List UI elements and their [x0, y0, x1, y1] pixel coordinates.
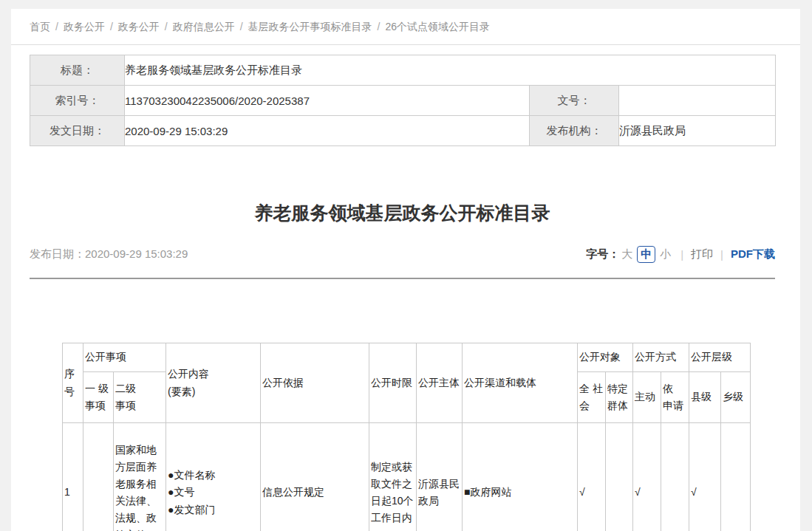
fontsize-medium-button[interactable]: 中 — [637, 246, 655, 263]
toolbar-divider: | — [680, 248, 683, 261]
breadcrumb-item-2[interactable]: 政务公开 — [118, 21, 160, 32]
cell-basis: 信息公开规定 — [261, 423, 369, 531]
document-meta-table: 标题： 养老服务领域基层政务公开标准目录 索引号： 11370323004223… — [30, 55, 776, 146]
meta-agency-value: 沂源县民政局 — [619, 116, 776, 146]
header-audience-all: 全 社会 — [578, 372, 606, 423]
fontsize-small-button[interactable]: 小 — [660, 247, 671, 261]
meta-date-label: 发文日期： — [30, 116, 125, 146]
publish-date: 发布日期：2020-09-29 15:03:29 — [30, 247, 188, 261]
publish-date-value: 2020-09-29 15:03:29 — [85, 247, 188, 260]
fontsize-label: 字号： — [586, 247, 619, 261]
meta-row-date: 发文日期： 2020-09-29 15:03:29 发布机构： 沂源县民政局 — [30, 116, 776, 146]
cell-content: ●文件名称 ●文号 ●发文部门 — [166, 423, 261, 531]
fontsize-large-button[interactable]: 大 — [621, 247, 632, 261]
header-channel: 公开渠道和载体 — [463, 343, 578, 423]
meta-index-value: 113703230042235006/2020-2025387 — [125, 86, 530, 116]
catalog-table: 序号 公开事项 公开内容 (要素) 公开依据 公开时限 公开主体 公开渠道和载体… — [62, 343, 751, 531]
header-item-group: 公开事项 — [83, 343, 166, 372]
cell-time-limit: 制定或获取文件之日起10个工作日内 — [369, 423, 417, 531]
breadcrumb-home[interactable]: 首页 — [30, 21, 50, 32]
header-row-1: 序号 公开事项 公开内容 (要素) 公开依据 公开时限 公开主体 公开渠道和载体… — [63, 343, 751, 372]
breadcrumb-item-4[interactable]: 基层政务公开事项标准目录 — [248, 21, 372, 32]
cell-seq: 1 — [63, 423, 83, 531]
header-content: 公开内容 (要素) — [166, 343, 261, 423]
cell-audience-specific — [606, 423, 633, 531]
header-subject: 公开主体 — [417, 343, 463, 423]
table-row: 1 国家和地方层面养老服务相关法律、法规、政策文件 ●文件名称 ●文号 ●发文部… — [63, 423, 751, 531]
meta-date-value: 2020-09-29 15:03:29 — [125, 116, 530, 146]
print-button[interactable]: 打印 — [691, 247, 713, 261]
header-method-active: 主动 — [633, 372, 661, 423]
publish-date-label: 发布日期： — [30, 247, 85, 260]
breadcrumb-separator: / — [55, 21, 58, 32]
breadcrumb-separator: / — [378, 21, 381, 32]
breadcrumb-item-current[interactable]: 26个试点领域公开目录 — [385, 21, 490, 32]
breadcrumb: 首页/政务公开/政务公开/政府信息公开/基层政务公开事项标准目录/26个试点领域… — [11, 9, 800, 45]
meta-title-label: 标题： — [30, 55, 125, 86]
meta-row-title: 标题： 养老服务领域基层政务公开标准目录 — [30, 55, 776, 86]
breadcrumb-separator: / — [110, 21, 113, 32]
cell-subject: 沂源县民政局 — [417, 423, 463, 531]
page-title: 养老服务领域基层政务公开标准目录 — [30, 200, 775, 225]
breadcrumb-item-1[interactable]: 政务公开 — [64, 21, 105, 32]
cell-audience-all: √ — [578, 423, 606, 531]
meta-agency-label: 发布机构： — [530, 116, 619, 146]
header-item-l1: 一 级事项 — [83, 372, 114, 423]
section-divider — [30, 278, 775, 279]
cell-level-town — [721, 423, 751, 531]
pdf-download-button[interactable]: PDF下载 — [731, 247, 775, 261]
meta-docnum-value — [619, 86, 776, 116]
cell-method-request — [661, 423, 689, 531]
header-basis: 公开依据 — [261, 343, 369, 423]
breadcrumb-separator: / — [165, 21, 168, 32]
header-level-group: 公开层级 — [689, 343, 751, 372]
header-method-request: 依 申请 — [661, 372, 689, 423]
cell-item-l1 — [83, 423, 114, 531]
breadcrumb-separator: / — [240, 21, 243, 32]
header-level-town: 乡级 — [721, 372, 751, 423]
breadcrumb-item-3[interactable]: 政府信息公开 — [173, 21, 235, 32]
meta-index-label: 索引号： — [30, 86, 125, 116]
header-level-county: 县级 — [689, 372, 721, 423]
cell-item-l2: 国家和地方层面养老服务相关法律、法规、政策文件 — [114, 423, 166, 531]
cell-method-active: √ — [633, 423, 661, 531]
cell-level-county: √ — [689, 423, 721, 531]
page-container: 首页/政务公开/政务公开/政府信息公开/基层政务公开事项标准目录/26个试点领域… — [11, 9, 800, 531]
toolbar-divider: | — [720, 248, 723, 261]
publish-toolbar: 发布日期：2020-09-29 15:03:29 字号： 大 中 小 | 打印 … — [30, 246, 775, 263]
meta-title-value: 养老服务领域基层政务公开标准目录 — [125, 55, 776, 86]
cell-channel: ■政府网站 — [463, 423, 578, 531]
header-audience-group: 公开对象 — [578, 343, 633, 372]
header-method-group: 公开方式 — [633, 343, 689, 372]
header-audience-specific: 特定 群体 — [606, 372, 633, 423]
meta-row-index: 索引号： 113703230042235006/2020-2025387 文号： — [30, 86, 776, 116]
header-item-l2: 二级 事项 — [114, 372, 166, 423]
header-seq: 序号 — [63, 343, 83, 423]
header-time-limit: 公开时限 — [369, 343, 417, 423]
article-tools: 字号： 大 中 小 | 打印 | PDF下载 — [586, 246, 775, 263]
meta-docnum-label: 文号： — [530, 86, 619, 116]
